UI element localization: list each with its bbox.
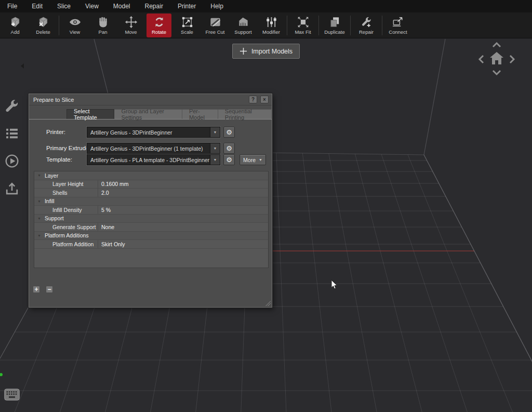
keyboard-toggle-button[interactable] — [4, 389, 20, 401]
panel-collapse-notch[interactable] — [21, 63, 24, 69]
chevron-down-icon[interactable]: ▼ — [210, 127, 220, 137]
export-tray-icon — [4, 181, 21, 196]
scale-tool-button[interactable]: Scale — [175, 14, 200, 37]
menu-printer[interactable]: Printer — [170, 0, 203, 12]
move-tool-button[interactable]: Move — [118, 14, 143, 37]
plus-icon — [240, 47, 247, 55]
left-sidebar — [4, 98, 22, 197]
gear-icon[interactable]: ⚙ — [223, 127, 235, 138]
duplicate-pages-icon — [328, 16, 341, 29]
settings-section-infill[interactable]: ▼Infill — [34, 197, 268, 206]
template-combobox[interactable]: Artillery Genius - PLA template - 3DPrin… — [87, 154, 220, 165]
chevron-down-icon[interactable]: ▼ — [210, 143, 220, 153]
field-label: Template: — [46, 156, 72, 163]
settings-section-layer[interactable]: ▼Layer — [34, 171, 268, 180]
max-fit-icon — [297, 16, 310, 29]
tab-per-model[interactable]: Per-Model — [182, 109, 218, 119]
modifier-tool-button[interactable]: Modifier — [259, 14, 284, 37]
menu-model[interactable]: Model — [106, 0, 138, 12]
cut-plane-icon — [209, 16, 222, 29]
menu-file[interactable]: File — [0, 0, 24, 12]
support-tool-button[interactable]: Support — [231, 14, 256, 37]
rotate-arrows-icon — [153, 16, 166, 29]
max-fit-tool-button[interactable]: Max Fit — [290, 14, 315, 37]
toolbar-separator — [59, 16, 59, 35]
menu-help[interactable]: Help — [203, 0, 231, 12]
dialog-titlebar[interactable]: Prepare to Slice ? × — [29, 94, 272, 105]
section-label: Infill — [45, 198, 55, 204]
setting-layer-height[interactable]: Layer Height0.1600 mm — [34, 180, 268, 189]
sidebar-tools-button[interactable] — [4, 98, 21, 114]
wrench-plus-icon — [360, 16, 373, 29]
more-label: More — [243, 157, 256, 163]
home-button[interactable] — [488, 50, 505, 68]
pan-tool-button[interactable]: Pan — [90, 14, 115, 37]
setting-shells[interactable]: Shells2.0 — [34, 189, 268, 197]
setting-value: 5 % — [98, 206, 268, 214]
printer-combobox[interactable]: Artillery Genius - 3DPrintBeginner▼ — [87, 127, 220, 138]
sidebar-process-list-button[interactable] — [4, 125, 21, 142]
help-button[interactable]: ? — [249, 96, 257, 103]
combobox-value: Artillery Genius - 3DPrintBeginner — [87, 129, 210, 136]
repair-tool-button[interactable]: Repair — [354, 14, 379, 37]
collapse-triangle-icon[interactable]: ▼ — [37, 234, 41, 237]
add-process-button[interactable]: + — [33, 286, 40, 293]
gear-icon[interactable]: ⚙ — [223, 154, 235, 165]
sidebar-preview-play-button[interactable] — [4, 153, 21, 169]
combobox-value: Artillery Genius - 3DPrintBeginner (1 te… — [87, 145, 210, 152]
chevron-down-icon[interactable] — [490, 69, 503, 77]
view-tool-button[interactable]: View — [62, 14, 87, 37]
move-arrows-icon — [125, 16, 138, 29]
menu-bar: FileEditSliceViewModelRepairPrinterHelp — [0, 0, 532, 12]
gear-icon[interactable]: ⚙ — [223, 143, 235, 154]
chevron-down-icon[interactable]: ▼ — [210, 155, 220, 165]
chevron-up-icon[interactable] — [490, 41, 503, 49]
toolbar-separator — [287, 16, 287, 35]
sliders-icon — [265, 16, 278, 29]
import-models-button[interactable]: Import Models — [232, 44, 300, 59]
setting-platform-addition[interactable]: Platform AdditionSkirt Only — [34, 240, 268, 249]
tab-select-template[interactable]: Select Template — [66, 109, 114, 119]
settings-section-support[interactable]: ▼Support — [34, 215, 268, 223]
duplicate-tool-button[interactable]: Duplicate — [322, 14, 347, 37]
chevron-down-icon: ▼ — [259, 158, 262, 162]
tool-label: Scale — [181, 29, 193, 35]
tab-sequential-printing[interactable]: Sequential Printing — [218, 109, 272, 119]
setting-label: Shells — [52, 190, 98, 196]
tab-group-and-layer-settings[interactable]: Group and Layer Settings — [114, 109, 182, 119]
collapse-triangle-icon[interactable]: ▼ — [37, 217, 41, 220]
sidebar-export-button[interactable] — [4, 180, 21, 197]
menu-edit[interactable]: Edit — [24, 0, 50, 12]
settings-section-platform-additions[interactable]: ▼Platform Additions — [34, 232, 268, 241]
toolbar-separator — [382, 16, 382, 35]
toolbar: AddDeleteViewPanMoveRotateScaleFree CutS… — [0, 12, 532, 38]
keyboard-icon — [4, 389, 20, 401]
collapse-triangle-icon[interactable]: ▼ — [37, 200, 41, 203]
connect-tool-button[interactable]: Connect — [385, 14, 410, 37]
home-icon — [488, 50, 505, 68]
rotate-tool-button[interactable]: Rotate — [147, 14, 171, 37]
toolbar-separator — [350, 16, 351, 35]
add-tool-button[interactable]: Add — [3, 14, 28, 37]
more-button[interactable]: More ▼ — [240, 154, 266, 165]
setting-infill-density[interactable]: Infill Density5 % — [34, 206, 268, 215]
menu-view[interactable]: View — [78, 0, 106, 12]
menu-repair[interactable]: Repair — [138, 0, 170, 12]
close-button[interactable]: × — [260, 96, 269, 103]
toolbar-group: Connect — [384, 14, 412, 37]
tool-label: Pan — [99, 29, 108, 35]
section-label: Support — [45, 215, 64, 221]
primary-extruder-combobox[interactable]: Artillery Genius - 3DPrintBeginner (1 te… — [87, 143, 220, 154]
chevron-left-icon[interactable] — [477, 53, 485, 65]
free-cut-tool-button[interactable]: Free Cut — [203, 14, 228, 37]
menu-slice[interactable]: Slice — [50, 0, 78, 12]
collapse-triangle-icon[interactable]: ▼ — [37, 174, 41, 177]
view-navigation — [473, 38, 530, 85]
tool-label: Support — [234, 29, 251, 35]
delete-tool-button[interactable]: Delete — [31, 14, 56, 37]
field-label: Printer: — [46, 129, 65, 135]
chevron-right-icon[interactable] — [508, 53, 516, 65]
remove-process-button[interactable]: − — [46, 286, 53, 293]
resize-grip[interactable] — [265, 301, 271, 306]
setting-generate-support[interactable]: Generate SupportNone — [34, 223, 268, 232]
